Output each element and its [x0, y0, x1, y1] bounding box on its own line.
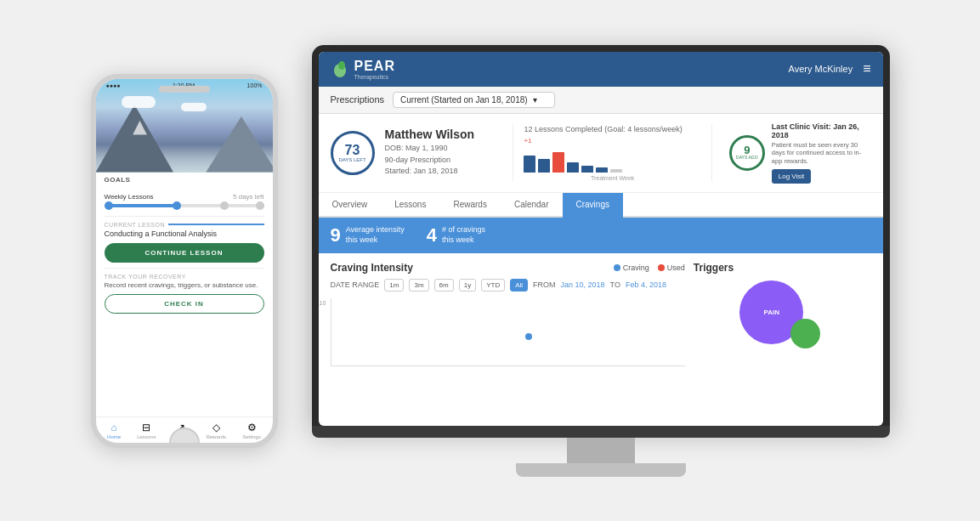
prescription-bar: Prescriptions Current (Started on Jan 18…: [319, 87, 883, 114]
prescription-select[interactable]: Current (Started on Jan 18, 2018) ▾: [393, 92, 555, 108]
bar-7: [610, 169, 622, 173]
lessons-title: 12 Lessons Completed (Goal: 4 lessons/we…: [524, 124, 700, 133]
monitor-mockup: PEAR Therapeutics Avery McKinley ≡ Presc…: [312, 45, 890, 477]
patient-started: Started: Jan 18, 2018: [385, 166, 503, 178]
cloud-1: [122, 96, 156, 108]
clinic-info: Last Clinic Visit: Jan 26, 2018 Patient …: [772, 122, 871, 184]
menu-icon[interactable]: ≡: [863, 61, 870, 76]
date-btn-1y[interactable]: 1y: [459, 279, 476, 292]
tab-lessons[interactable]: Lessons: [381, 193, 439, 218]
date-btn-1m[interactable]: 1m: [384, 279, 404, 292]
green-segment: [790, 319, 820, 348]
bar-x-label: Treatment Week: [524, 175, 700, 181]
progress-dot-three-quarter: [220, 201, 229, 210]
nav-item-home[interactable]: ⌂ Home: [107, 422, 121, 439]
progress-dot-mid: [173, 201, 181, 210]
date-btn-ytd[interactable]: YTD: [481, 279, 505, 292]
phone-content: Weekly Lessons 5 days left CURRENT LESSO…: [96, 186, 273, 416]
lesson-line: [168, 224, 264, 225]
date-btn-3m[interactable]: 3m: [409, 279, 428, 292]
triggers-area: Triggers PAIN: [694, 262, 871, 366]
to-label: TO: [610, 280, 620, 289]
mountain-background: [96, 79, 273, 173]
prescription-value: Current (Started on Jan 18, 2018): [400, 95, 528, 105]
track-recovery-label: TRACK YOUR RECOVERY: [105, 274, 264, 280]
monitor-stand-top: [312, 426, 890, 438]
monitor-device: PEAR Therapeutics Avery McKinley ≡ Presc…: [312, 45, 890, 426]
settings-icon: ⚙: [247, 422, 257, 433]
chart-legend: Craving Used: [614, 263, 685, 272]
goals-bar: GOALS: [96, 173, 273, 186]
phone-screen: ●●●● 1:20 PM 100% GOALS: [96, 79, 273, 443]
stat-cravings-num: 4: [427, 224, 437, 246]
to-date: Feb 4, 2018: [626, 280, 666, 289]
monitor-header: PEAR Therapeutics Avery McKinley ≡: [319, 52, 883, 87]
craving-intensity-title: Craving Intensity: [331, 262, 413, 274]
nav-item-rewards[interactable]: ◇ Rewards: [206, 422, 226, 439]
phone-hero-image: [96, 79, 273, 173]
check-in-button[interactable]: CHECK IN: [105, 294, 264, 314]
nav-label-home: Home: [107, 434, 121, 439]
phone-mockup: ●●●● 1:20 PM 100% GOALS: [91, 74, 278, 448]
tab-overview[interactable]: Overview: [319, 193, 382, 218]
nav-item-lessons[interactable]: ⊟ Lessons: [137, 422, 156, 439]
monitor-screen: PEAR Therapeutics Avery McKinley ≡ Presc…: [319, 52, 883, 426]
days-left-circle: 73 DAYS LEFT: [331, 131, 375, 175]
progress-fill: [105, 204, 177, 207]
stats-row: 9 Average intensity this week 4 # of cra…: [319, 218, 883, 253]
triggers-title: Triggers: [694, 262, 871, 274]
days-left-number: 73: [345, 144, 360, 157]
progress-dot-end: [256, 201, 264, 210]
tab-rewards[interactable]: Rewards: [439, 193, 500, 218]
nav-label-settings: Settings: [242, 434, 261, 439]
tab-calendar[interactable]: Calendar: [501, 193, 563, 218]
divider-2: [105, 268, 264, 269]
monitor-base: [516, 463, 686, 477]
clinic-days-label: DAYS AGO: [736, 156, 757, 161]
lessons-plus: +1: [524, 137, 700, 144]
progress-dot-start: [105, 201, 113, 210]
status-battery: 100%: [247, 82, 263, 88]
mountain-right: [189, 107, 273, 173]
nav-label-lessons: Lessons: [137, 434, 156, 439]
date-btn-all[interactable]: All: [510, 279, 528, 292]
days-left-text: DAYS LEFT: [338, 157, 365, 162]
tab-cravings[interactable]: Cravings: [563, 193, 623, 218]
current-lesson-section-label: CURRENT LESSON: [105, 222, 264, 228]
legend-used: Used: [658, 263, 685, 272]
continue-lesson-button[interactable]: CONTINUE LESSON: [105, 243, 264, 263]
craving-header: Craving Intensity Craving Used: [331, 262, 685, 274]
lessons-section: 12 Lessons Completed (Goal: 4 lessons/we…: [513, 124, 711, 181]
nav-item-settings[interactable]: ⚙ Settings: [242, 422, 261, 439]
patient-name: Matthew Wilson: [385, 127, 503, 141]
date-range-label: DATE RANGE: [331, 280, 380, 289]
triggers-pie-chart: PAIN: [739, 280, 824, 348]
rewards-icon: ◇: [212, 422, 220, 433]
clinic-visit-title: Last Clinic Visit: Jan 26, 2018: [772, 122, 871, 139]
monitor-stand-neck: [567, 438, 635, 463]
craving-chart-container: 10: [331, 298, 685, 366]
clinic-days-circle: 9 DAYS AGO: [729, 135, 765, 171]
days-left-label: 5 days left: [233, 193, 263, 201]
patient-info: Matthew Wilson DOB: May 1, 1990 90-day P…: [385, 127, 503, 178]
stat-cravings: 4 # of cravings this week: [427, 224, 485, 246]
patient-section: 73 DAYS LEFT Matthew Wilson DOB: May 1, …: [319, 114, 883, 193]
pear-logo: PEAR Therapeutics: [331, 59, 395, 80]
patient-dob: DOB: May 1, 1990: [385, 143, 503, 155]
stat-intensity-desc2: this week: [346, 235, 405, 246]
from-label: FROM: [533, 280, 556, 289]
mountain-left: [96, 98, 193, 173]
bar-1: [524, 156, 535, 173]
stat-intensity-num: 9: [331, 224, 341, 246]
date-btn-6m[interactable]: 6m: [434, 279, 454, 292]
bar-4: [567, 162, 579, 173]
main-scene: ●●●● 1:20 PM 100% GOALS: [23, 45, 958, 477]
clinic-row: 9 DAYS AGO Last Clinic Visit: Jan 26, 20…: [729, 122, 871, 184]
user-name: Avery McKinley: [789, 64, 853, 74]
chart-dot: [525, 333, 532, 340]
weekly-lessons-label: Weekly Lessons: [105, 193, 154, 201]
log-visit-button[interactable]: Log Visit: [772, 169, 812, 184]
patient-prescription: 90-day Prescription: [385, 155, 503, 167]
date-controls: DATE RANGE 1m 3m 6m 1y YTD All FROM Jan …: [331, 279, 685, 292]
chart-y-label: 10: [320, 300, 326, 306]
